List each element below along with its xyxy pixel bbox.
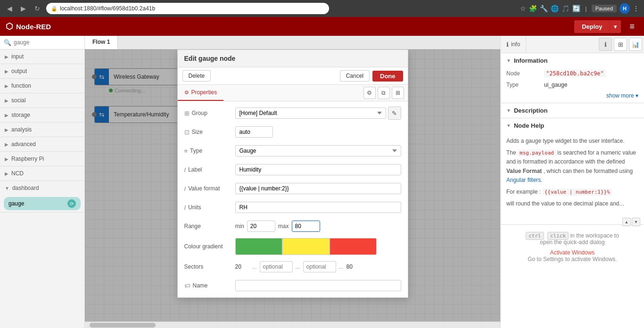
right-panel-tab-info[interactable]: ℹ info	[501, 36, 526, 53]
node-label-cell: Node	[501, 68, 538, 79]
size-input[interactable]	[235, 126, 273, 138]
sidebar-category-output-header[interactable]: ▶ output	[0, 64, 84, 78]
logo-icon: ⬡	[6, 21, 13, 32]
delete-button[interactable]: Delete	[182, 70, 211, 82]
sidebar-category-storage-header[interactable]: ▶ storage	[0, 108, 84, 122]
info-section-information-header[interactable]: ▼ Information	[501, 53, 644, 68]
sectors-sep3: ...	[339, 263, 344, 270]
chevron-icon: ▶	[5, 156, 8, 162]
form-row-label: I Label	[184, 163, 401, 177]
modal-title: Edit gauge node	[184, 55, 236, 62]
group-edit-button[interactable]: ✎	[388, 107, 401, 120]
sidebar-item-label: input	[11, 53, 24, 60]
show-more-link[interactable]: show more ▾	[501, 90, 644, 103]
hint-line-2: open the quick-add dialog	[506, 239, 638, 246]
modal-overlay: Edit gauge node Delete Cancel Done ⚙ Pro…	[85, 49, 500, 321]
deploy-dropdown-button[interactable]: ▾	[610, 20, 621, 33]
browser-forward-button[interactable]: ▶	[18, 4, 28, 13]
colour-swatch-green[interactable]	[235, 238, 282, 255]
form-row-name: 🏷 Name	[184, 279, 401, 293]
avatar: H	[619, 3, 630, 14]
layout-action-tab[interactable]: ⊞	[614, 38, 627, 51]
flow-scrollbar-thumb[interactable]	[90, 323, 156, 328]
example-code: {{value | number:1}}%	[543, 189, 612, 196]
done-button[interactable]: Done	[372, 71, 403, 82]
help-para-3: For example : {{value | number:1}}%	[506, 188, 638, 197]
ext5-icon[interactable]: 🔄	[572, 5, 580, 12]
flow-tabs: Flow 1	[85, 36, 500, 49]
deploy-button[interactable]: Deploy	[574, 20, 610, 33]
nodered-menu-button[interactable]: ≡	[626, 20, 638, 33]
sidebar-category-raspberry-pi: ▶ Raspberry Pi	[0, 152, 84, 166]
cancel-button[interactable]: Cancel	[340, 70, 370, 82]
ext4-icon[interactable]: 🎵	[561, 5, 570, 12]
sidebar-category-dashboard-header[interactable]: ▼ dashboard	[0, 181, 84, 195]
label-input[interactable]	[235, 164, 401, 175]
sectors-opt1-input[interactable]	[260, 261, 293, 272]
grid-icon: ⊞	[184, 110, 190, 117]
sectors-sep2: ...	[296, 263, 300, 270]
tab-properties[interactable]: ⚙ Properties	[178, 85, 224, 101]
flow-tab-flow1[interactable]: Flow 1	[85, 36, 118, 49]
gauge-node-item[interactable]: gauge ⟳	[4, 197, 81, 210]
browser-back-button[interactable]: ◀	[5, 4, 15, 13]
sidebar-category-social-header[interactable]: ▶ social	[0, 93, 84, 107]
browser-refresh-button[interactable]: ↻	[32, 4, 42, 13]
info-section-node-help-header[interactable]: ▼ Node Help	[501, 118, 644, 133]
info-action-button[interactable]: ⊞	[392, 87, 404, 99]
sidebar-category-function: ▶ function	[0, 79, 84, 93]
value-format-input[interactable]	[235, 183, 401, 194]
flow-canvas[interactable]: ⇆ Wireless Gateway Connecting... ⇆ Tempe…	[85, 49, 500, 321]
right-panel-action-tabs: ℹ ⊞ 📊	[597, 36, 644, 53]
ext2-icon[interactable]: 🔧	[540, 5, 548, 12]
sidebar-category-analysis: ▶ analysis	[0, 123, 84, 137]
sectors-opt2-input[interactable]	[303, 261, 336, 272]
group-select[interactable]: [Home] Default	[235, 107, 386, 119]
info-action-tab[interactable]: ℹ	[599, 38, 612, 51]
sidebar-categories: ▶ input ▶ output ▶ function ▶ soci	[0, 49, 84, 328]
sidebar-item-label: social	[11, 97, 26, 104]
left-sidebar: 🔍 ✕ ▶ input ▶ output ▶ function	[0, 36, 85, 328]
info-section-description-header[interactable]: ▼ Description	[501, 103, 644, 118]
collapse-button[interactable]: ▲	[622, 218, 631, 226]
units-input[interactable]	[235, 202, 401, 213]
sidebar-item-label: dashboard	[12, 185, 39, 191]
chart-action-tab[interactable]: 📊	[629, 38, 642, 51]
star-icon[interactable]: ☆	[520, 5, 526, 12]
sectors-controls: 20 ... ... ... 80	[235, 261, 361, 272]
copy-action-button[interactable]: ⧉	[378, 87, 390, 99]
modal-dialog: Edit gauge node Delete Cancel Done ⚙ Pro…	[177, 49, 408, 298]
ext1-icon[interactable]: 🧩	[529, 5, 537, 12]
colour-gradient-label: Colour gradient	[184, 243, 231, 250]
label-text: Value format	[188, 185, 220, 192]
sidebar-category-function-header[interactable]: ▶ function	[0, 79, 84, 93]
expand-button[interactable]: ▼	[632, 218, 640, 226]
sidebar-category-analysis-header[interactable]: ▶ analysis	[0, 123, 84, 137]
sidebar-category-ncd-header[interactable]: ▶ NCD	[0, 166, 84, 180]
form-row-colour-gradient: Colour gradient	[184, 238, 401, 255]
settings-action-button[interactable]: ⚙	[363, 87, 376, 99]
type-select[interactable]: Gauge Donut Compass Level Wave	[235, 145, 401, 156]
nodered-bar: ⬡ Node-RED Deploy ▾ ≡	[0, 17, 644, 36]
sidebar-item-label: NCD	[11, 170, 24, 177]
sidebar-category-advanced-header[interactable]: ▶ advanced	[0, 137, 84, 151]
browser-url-bar[interactable]: 🔒 localhost:1880/#flow/6958d1b0.2a41b	[46, 3, 329, 14]
angular-filters-link[interactable]: Angular filters.	[506, 177, 543, 183]
section-title: Description	[514, 107, 548, 114]
name-input[interactable]	[235, 280, 401, 291]
search-input[interactable]	[14, 39, 84, 46]
colour-swatch-red[interactable]	[330, 238, 377, 255]
table-row: Type ui_gauge	[501, 79, 644, 90]
modal-tab-actions: ⚙ ⧉ ⊞	[360, 85, 408, 101]
help-para-1: Adds a gauge type widget to the user int…	[506, 137, 638, 146]
info-icon: ℹ	[506, 41, 509, 48]
sidebar-category-input-header[interactable]: ▶ input	[0, 49, 84, 64]
more-menu-icon[interactable]: ⋮	[633, 5, 639, 12]
range-max-input[interactable]	[292, 221, 320, 232]
colour-swatch-yellow[interactable]	[282, 238, 330, 255]
label-text: Type	[190, 148, 202, 154]
sidebar-category-raspberry-pi-header[interactable]: ▶ Raspberry Pi	[0, 152, 84, 166]
range-min-input[interactable]	[247, 221, 275, 232]
ext3-icon[interactable]: 🌐	[551, 5, 559, 12]
sidebar-category-dashboard: ▼ dashboard gauge ⟳	[0, 181, 84, 213]
